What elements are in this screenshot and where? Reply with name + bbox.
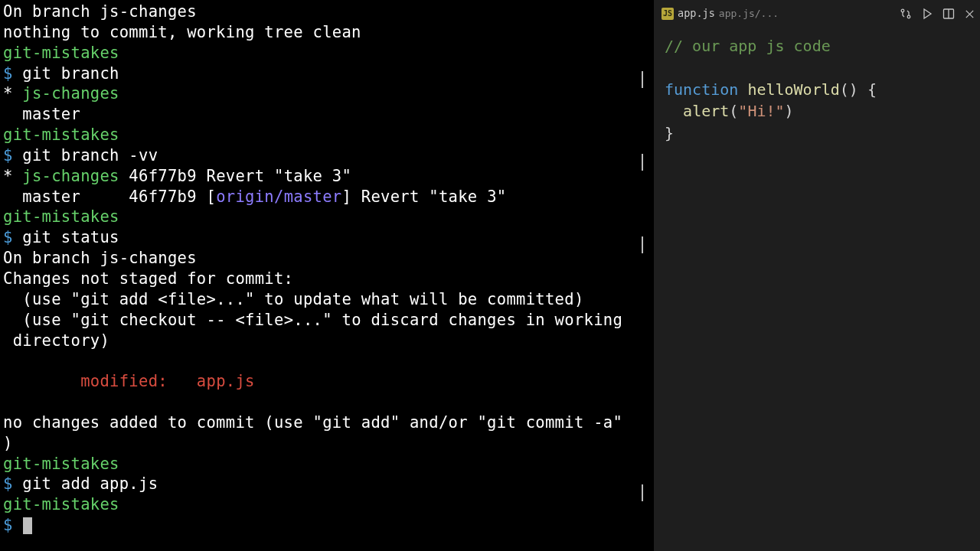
terminal-line (3, 350, 651, 371)
terminal-line: On branch js-changes (3, 2, 651, 22)
code-punct: () { (840, 80, 877, 99)
terminal-line: Changes not staged for commit: (3, 269, 651, 289)
run-icon[interactable] (921, 8, 933, 20)
tab-filename: app.js (678, 7, 715, 21)
terminal-line: directory) (3, 331, 651, 351)
terminal-line: ) (3, 433, 651, 454)
close-icon[interactable] (964, 8, 975, 20)
editor-actions (900, 8, 975, 20)
editor-tab-active[interactable]: JS app.js app.js/... (662, 7, 779, 21)
tab-filepath: app.js/... (719, 7, 779, 20)
terminal-line: git-mistakes (3, 494, 651, 515)
scroll-mark (642, 236, 643, 253)
code-function-name: helloWorld (747, 80, 839, 99)
code-call: alert (683, 102, 729, 120)
terminal-line: git-mistakes (3, 207, 651, 227)
terminal-cursor (23, 517, 32, 534)
terminal-line: no changes added to commit (use "git add… (3, 412, 651, 433)
scroll-mark (642, 71, 643, 88)
editor-body[interactable]: // our app js code function helloWorld()… (654, 28, 980, 551)
code-punct: } (665, 124, 674, 142)
terminal-line: (use "git add <file>..." to update what … (3, 289, 651, 310)
terminal-line: git-mistakes (3, 454, 651, 474)
terminal-line: $ (3, 515, 651, 536)
terminal-line: git-mistakes (3, 125, 651, 145)
terminal-line: On branch js-changes (3, 248, 651, 269)
terminal-line: * js-changes (3, 83, 651, 104)
compare-changes-icon[interactable] (900, 8, 912, 20)
terminal-line: (use "git checkout -- <file>..." to disc… (3, 310, 651, 331)
terminal-line: git-mistakes (3, 43, 651, 64)
terminal-line: nothing to commit, working tree clean (3, 22, 651, 43)
terminal-line: * js-changes 46f77b9 Revert "take 3" (3, 166, 651, 187)
editor-tabbar: JS app.js app.js/... (654, 0, 980, 28)
svg-point-0 (901, 9, 904, 12)
code-indent (665, 102, 683, 120)
terminal-line: master (3, 104, 651, 125)
code-string: "Hi!" (738, 102, 784, 120)
svg-point-1 (907, 15, 910, 18)
code-punct: ) (785, 102, 794, 120)
code-keyword: function (665, 80, 738, 99)
terminal-line: $ git branch -vv (3, 145, 651, 166)
code-comment: // our app js code (665, 37, 831, 55)
terminal-pane[interactable]: On branch js-changesnothing to commit, w… (0, 0, 654, 551)
scroll-mark (642, 154, 643, 171)
terminal-line: master 46f77b9 [origin/master] Revert "t… (3, 187, 651, 207)
terminal-line: $ git branch (3, 64, 651, 84)
terminal-line: $ git add app.js (3, 474, 651, 494)
terminal-line (3, 392, 651, 412)
js-file-icon: JS (662, 8, 674, 19)
terminal-line: $ git status (3, 227, 651, 248)
code-editor-pane: JS app.js app.js/... (654, 0, 980, 551)
terminal-line: modified: app.js (3, 371, 651, 392)
code-punct: ( (729, 102, 738, 120)
scroll-mark (642, 484, 643, 501)
split-editor-icon[interactable] (942, 8, 955, 20)
